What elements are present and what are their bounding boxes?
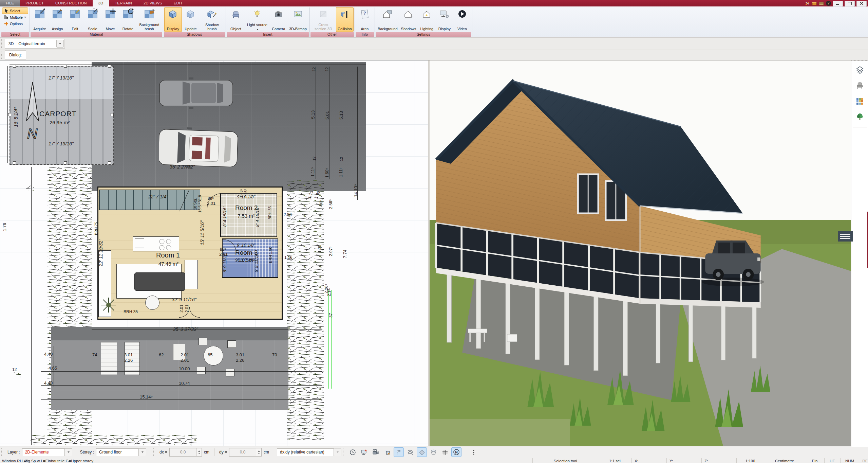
- movie-camera-icon: [372, 449, 379, 456]
- rf-status[interactable]: RF: [859, 458, 868, 463]
- background-brush-button[interactable]: Background brush: [137, 7, 162, 32]
- coordinate-mode-select[interactable]: dx,dy (relative cartesian): [277, 448, 341, 456]
- shadow-brush-button[interactable]: Shadow brush: [200, 7, 225, 32]
- tools-icon[interactable]: [805, 1, 810, 6]
- rotate-button[interactable]: Rotate: [119, 7, 137, 32]
- deck-chair[interactable]: [226, 369, 234, 376]
- cross-section-3d-button[interactable]: Cross section 3D: [311, 7, 336, 32]
- record-button[interactable]: [371, 447, 381, 457]
- room-2[interactable]: [220, 193, 277, 237]
- deck-chair[interactable]: [227, 340, 236, 348]
- deck-table[interactable]: [204, 346, 223, 366]
- tab-edit[interactable]: EDIT: [168, 0, 188, 6]
- side-table[interactable]: [145, 296, 159, 310]
- active-tool-status: Selection tool: [532, 458, 598, 463]
- tab-terrain[interactable]: TERRAIN: [109, 0, 137, 6]
- dx-input[interactable]: [169, 448, 196, 457]
- minimize-button[interactable]: [833, 1, 843, 6]
- tab-construction[interactable]: CONSTRUCTION: [50, 0, 93, 6]
- dy-input[interactable]: [229, 448, 256, 457]
- scale-button[interactable]: Scale: [84, 7, 101, 32]
- collision-button[interactable]: Collision: [336, 7, 354, 32]
- 3d-bitmap-button[interactable]: 3D-Bitmap: [287, 7, 308, 32]
- restore-button[interactable]: [845, 1, 855, 6]
- layer-stack-button[interactable]: [428, 447, 438, 457]
- layer-select-dropdown-button[interactable]: [65, 448, 72, 456]
- chevron-down-icon: [257, 29, 259, 30]
- num-status[interactable]: NUM: [840, 458, 859, 463]
- edit-material-button[interactable]: Edit: [66, 7, 84, 32]
- render-3d-view[interactable]: [430, 60, 851, 446]
- toolbar-grip[interactable]: [1, 448, 3, 456]
- deck-chair[interactable]: [197, 367, 206, 374]
- layers-3d-button[interactable]: [854, 65, 866, 75]
- help-icon[interactable]: ?: [826, 1, 831, 6]
- toolbar-grip[interactable]: [153, 448, 155, 456]
- update-shadows-button[interactable]: Update: [182, 7, 200, 32]
- toolbar-grip[interactable]: [1, 39, 3, 48]
- potted-plant[interactable]: [99, 296, 118, 315]
- deck-chair[interactable]: [199, 338, 207, 345]
- toolbar-grip[interactable]: [1, 52, 3, 59]
- layer-select[interactable]: 2D-Elemente: [22, 448, 72, 456]
- acquire-button[interactable]: Acquire: [31, 7, 49, 32]
- area-marker-button[interactable]: [394, 447, 404, 457]
- furniture-button[interactable]: [854, 80, 866, 91]
- display-settings-button[interactable]: Display: [436, 7, 453, 32]
- close-button[interactable]: [856, 1, 867, 6]
- sofa[interactable]: [134, 272, 185, 291]
- tab-2d-views[interactable]: 2D VIEWS: [138, 0, 168, 6]
- tab-3d[interactable]: 3D: [93, 0, 109, 6]
- dy-stepper[interactable]: [256, 448, 262, 457]
- floorplan-2d-view[interactable]: N: [0, 60, 428, 446]
- insert-object-button[interactable]: Object: [227, 7, 245, 32]
- background-settings-button[interactable]: Background: [376, 7, 399, 32]
- dx-stepper[interactable]: [196, 448, 202, 457]
- terrain-select-dropdown-button[interactable]: [56, 40, 64, 48]
- uf-status[interactable]: UF: [824, 458, 840, 463]
- terrain-select[interactable]: Original terrain: [18, 41, 56, 46]
- deck-area[interactable]: [51, 327, 288, 410]
- display-shadows-button[interactable]: Display: [164, 7, 182, 32]
- tile-button[interactable]: [417, 447, 427, 457]
- package-icon[interactable]: [812, 1, 817, 6]
- lounge-chair[interactable]: [125, 342, 140, 375]
- plants-button[interactable]: [854, 111, 866, 122]
- fridge[interactable]: [185, 260, 198, 289]
- lounge-chair[interactable]: [101, 342, 117, 375]
- options-button[interactable]: Options: [2, 21, 28, 26]
- camera-button[interactable]: Camera: [270, 7, 287, 32]
- kitchen-island[interactable]: [133, 236, 179, 251]
- layout-icon[interactable]: [819, 1, 824, 6]
- more-options-button[interactable]: [469, 447, 479, 457]
- video-settings-button[interactable]: Video: [453, 7, 471, 32]
- house-floorplan[interactable]: [97, 186, 283, 320]
- move-button[interactable]: Move: [101, 7, 119, 32]
- assign-button[interactable]: Assign: [49, 7, 66, 32]
- tab-project[interactable]: PROJECT: [20, 0, 50, 6]
- preview-button[interactable]: [359, 447, 369, 457]
- copy-view-button[interactable]: [382, 447, 392, 457]
- toolbar-grip[interactable]: [343, 448, 344, 456]
- kebab-icon: [472, 449, 475, 456]
- multiple-button[interactable]: Multiple: [2, 14, 28, 20]
- storey-select-dropdown-button[interactable]: [139, 448, 146, 456]
- lighting-settings-button[interactable]: Lighting: [418, 7, 436, 32]
- grid-button[interactable]: [440, 447, 450, 457]
- select-button[interactable]: Select: [2, 7, 28, 14]
- ein-status[interactable]: Ein: [805, 458, 824, 463]
- history-button[interactable]: [347, 447, 358, 457]
- coordinate-mode-dropdown-button[interactable]: [334, 448, 341, 456]
- panel-drag-handle[interactable]: [838, 231, 853, 242]
- area-button[interactable]: ? Area: [356, 7, 374, 32]
- dx-unit: cm: [204, 450, 209, 455]
- storey-select[interactable]: Ground floor: [96, 448, 146, 456]
- deck-chair[interactable]: [173, 344, 185, 360]
- light-source-button[interactable]: Light source: [245, 7, 270, 32]
- north-compass-button[interactable]: N: [451, 447, 461, 457]
- hatch-button[interactable]: [405, 447, 415, 457]
- staircase[interactable]: [99, 190, 200, 210]
- materials-button[interactable]: [854, 96, 866, 107]
- tab-file[interactable]: FILE: [0, 0, 20, 6]
- shadows-settings-button[interactable]: Shadows: [399, 7, 418, 32]
